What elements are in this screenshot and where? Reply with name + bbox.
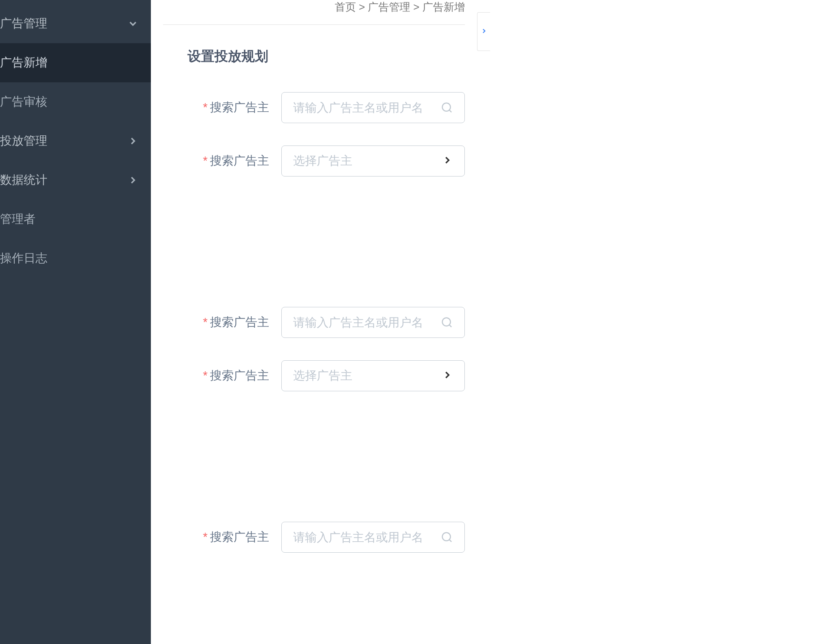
required-asterisk: *: [203, 369, 208, 382]
form-label-select-advertiser: *搜索广告主: [163, 153, 281, 169]
chevron-right-icon: [442, 154, 453, 168]
right-edge-panel: [477, 0, 490, 644]
chevron-right-icon: [127, 174, 139, 186]
form-row: *搜索广告主 选择广告主: [163, 146, 465, 176]
advertiser-search-input[interactable]: [293, 531, 441, 544]
svg-point-4: [442, 533, 451, 541]
advertiser-search-input[interactable]: [293, 101, 441, 115]
chevron-right-icon: [480, 27, 488, 36]
form-control: [281, 92, 465, 123]
cascader-placeholder: 选择广告主: [293, 368, 352, 384]
svg-line-5: [449, 540, 451, 542]
panel-title: 设置投放规划: [163, 47, 465, 66]
chevron-right-icon: [127, 135, 139, 147]
advertiser-search-input-wrap[interactable]: [281, 307, 465, 338]
form-group-2: *搜索广告主: [163, 307, 465, 391]
svg-point-2: [442, 318, 451, 326]
form-control: 选择广告主: [281, 146, 465, 176]
label-text: 搜索广告主: [210, 101, 269, 114]
label-text: 搜索广告主: [210, 154, 269, 167]
form-control: 选择广告主: [281, 360, 465, 391]
cascader-placeholder: 选择广告主: [293, 153, 352, 169]
required-asterisk: *: [203, 154, 208, 167]
advertiser-search-input-wrap[interactable]: [281, 522, 465, 553]
form-row: *搜索广告主 选择广告主: [163, 360, 465, 391]
sidebar-item-ad-review[interactable]: 广告审核: [0, 82, 151, 121]
sidebar-item-delivery-management[interactable]: 投放管理: [0, 121, 151, 161]
form-group-1: *搜索广告主: [163, 92, 465, 176]
form-control: [281, 307, 465, 338]
sidebar-item-label: 广告审核: [0, 94, 47, 110]
sidebar-item-admin[interactable]: 管理者: [0, 200, 151, 239]
main-content: 首页 > 广告管理 > 广告新增 设置投放规划 *搜索广告主: [151, 0, 477, 644]
form-row: *搜索广告主: [163, 307, 465, 338]
search-icon: [441, 101, 453, 114]
search-icon: [441, 316, 453, 329]
label-text: 搜索广告主: [210, 530, 269, 543]
sidebar-item-label: 投放管理: [0, 133, 47, 149]
svg-point-0: [442, 103, 451, 111]
header-section: 首页 > 广告管理 > 广告新增: [163, 0, 465, 25]
sidebar-item-label: 广告管理: [0, 15, 47, 32]
sidebar-item-ad-management[interactable]: 广告管理: [0, 4, 151, 43]
form-label-select-advertiser: *搜索广告主: [163, 368, 281, 384]
breadcrumb[interactable]: 首页 > 广告管理 > 广告新增: [335, 0, 465, 14]
sidebar-item-label: 广告新增: [0, 55, 47, 71]
sidebar: 广告管理 广告新增 广告审核 投放管理 数据统计: [0, 0, 151, 644]
sidebar-item-label: 管理者: [0, 211, 35, 227]
required-asterisk: *: [203, 101, 208, 114]
required-asterisk: *: [203, 530, 208, 543]
form-row: *搜索广告主: [163, 92, 465, 123]
chevron-down-icon: [127, 18, 139, 29]
form-row: *搜索广告主: [163, 522, 465, 553]
form-control: [281, 522, 465, 553]
advertiser-cascader[interactable]: 选择广告主: [281, 146, 465, 176]
sidebar-item-label: 数据统计: [0, 172, 47, 188]
form-label-search-advertiser: *搜索广告主: [163, 529, 281, 545]
form-label-search-advertiser: *搜索广告主: [163, 314, 281, 331]
required-asterisk: *: [203, 315, 208, 329]
search-icon: [441, 531, 453, 543]
svg-line-1: [449, 110, 451, 112]
sidebar-item-logs[interactable]: 操作日志: [0, 239, 151, 278]
sidebar-item-ad-create[interactable]: 广告新增: [0, 43, 151, 82]
advertiser-search-input-wrap[interactable]: [281, 92, 465, 123]
sidebar-item-label: 操作日志: [0, 250, 47, 267]
chevron-right-icon: [442, 369, 453, 382]
drawer-toggle-tab[interactable]: [477, 12, 490, 51]
svg-line-3: [449, 325, 451, 327]
form-group-3: *搜索广告主: [163, 522, 465, 553]
advertiser-search-input[interactable]: [293, 316, 441, 329]
label-text: 搜索广告主: [210, 315, 269, 329]
advertiser-cascader[interactable]: 选择广告主: [281, 360, 465, 391]
sidebar-item-statistics[interactable]: 数据统计: [0, 161, 151, 200]
form-label-search-advertiser: *搜索广告主: [163, 99, 281, 116]
label-text: 搜索广告主: [210, 369, 269, 382]
